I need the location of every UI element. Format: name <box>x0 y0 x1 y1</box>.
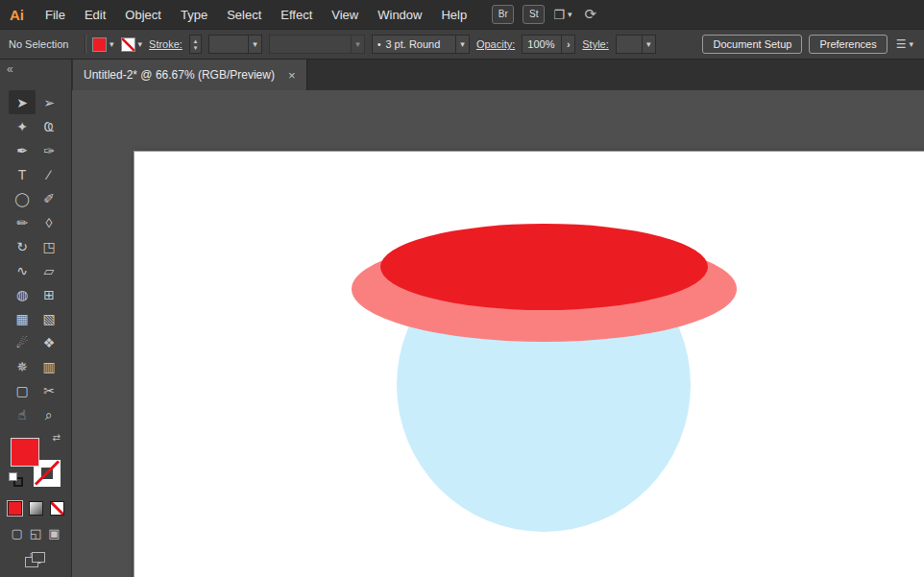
tool-column-graph[interactable]: ▥ <box>36 354 62 378</box>
selection-status: No Selection <box>9 38 78 50</box>
menu-window[interactable]: Window <box>368 0 431 29</box>
tool-direct-selection[interactable]: ➢ <box>36 90 62 114</box>
menu-object[interactable]: Object <box>115 0 171 29</box>
tool-type[interactable]: T <box>9 162 36 186</box>
default-fill-mini <box>9 472 17 481</box>
tool-grid: ➤➢✦Ҩ✒✑T∕◯✐✏◊↻◳∿▱◍⊞▦▧☄❖✵▥▢✂☝⌕ <box>0 90 71 426</box>
tool-eraser[interactable]: ◊ <box>36 210 62 234</box>
fill-stroke-indicator: ⇄ <box>9 434 62 490</box>
draw-mode-buttons: ▢◱▣ <box>0 527 71 540</box>
flyout-button[interactable]: › <box>561 36 574 53</box>
fill-color-control[interactable]: ▾ <box>92 37 114 52</box>
chevron-down-icon: ▾ <box>138 40 143 49</box>
dropdown-button: ▾ <box>351 36 364 53</box>
document-setup-button[interactable]: Document Setup <box>702 35 802 54</box>
close-icon[interactable]: × <box>288 69 296 82</box>
brush-definition-combo[interactable]: • 3 pt. Round ▾ <box>372 35 470 54</box>
graphic-style-combo[interactable]: ▾ <box>616 35 656 54</box>
preferences-button[interactable]: Preferences <box>809 35 887 54</box>
tool-zoom[interactable]: ⌕ <box>36 402 62 426</box>
none-button[interactable] <box>50 501 64 516</box>
document-tab[interactable]: Untitled-2* @ 66.67% (RGB/Preview) × <box>73 60 307 90</box>
menu-select[interactable]: Select <box>217 0 271 29</box>
menu-type[interactable]: Type <box>171 0 217 29</box>
stepper-down-icon[interactable]: ▾ <box>194 45 198 51</box>
control-bar: No Selection ▾ ▾ Stroke: ▴ ▾ ▾ ▾ • 3 pt.… <box>0 29 924 60</box>
dropdown-button[interactable]: ▾ <box>248 36 261 53</box>
dropdown-button[interactable]: ▾ <box>642 36 655 53</box>
stock-button[interactable]: St <box>523 5 545 24</box>
stroke-width-stepper[interactable]: ▴ ▾ <box>189 35 202 54</box>
tool-scale[interactable]: ◳ <box>36 234 62 258</box>
stroke-width-combo[interactable]: ▾ <box>208 35 262 54</box>
chevron-down-icon: ▾ <box>909 40 913 49</box>
collapse-panel-icon[interactable]: « <box>7 62 12 76</box>
workspace-switcher[interactable]: ❐ ▾ <box>553 8 571 22</box>
sync-icon[interactable]: ⟳ <box>584 6 596 23</box>
tool-slice[interactable]: ✂ <box>36 378 62 402</box>
style-panel-link[interactable]: Style: <box>582 38 609 50</box>
canvas-shape-red-ellipse[interactable] <box>380 224 708 310</box>
chevron-down-icon: ▾ <box>460 40 465 49</box>
variable-width-profile-combo: ▾ <box>269 35 365 54</box>
chevron-down-icon: ▾ <box>355 40 360 49</box>
control-bar-options-button[interactable]: ☰ ▾ <box>894 37 915 51</box>
stroke-panel-link[interactable]: Stroke: <box>149 38 182 50</box>
chevron-down-icon: ▾ <box>109 40 114 49</box>
workspace-icon: ❐ <box>553 8 565 22</box>
tool-lasso[interactable]: Ҩ <box>36 114 62 138</box>
bridge-button[interactable]: Br <box>492 5 514 24</box>
menu-edit[interactable]: Edit <box>75 0 115 29</box>
overlapping-artboards-icon[interactable] <box>25 552 46 568</box>
brush-preview-icon: • <box>373 39 381 50</box>
canvas-area[interactable] <box>72 90 924 577</box>
chevron-right-icon: › <box>567 38 571 50</box>
swap-fill-stroke-icon[interactable]: ⇄ <box>53 432 61 443</box>
tool-symbol-sprayer[interactable]: ✵ <box>9 354 36 378</box>
tool-pencil[interactable]: ✏ <box>9 210 36 234</box>
tool-selection[interactable]: ➤ <box>9 90 36 114</box>
mode-icon-draw-behind[interactable]: ◱ <box>30 527 41 540</box>
tool-artboard[interactable]: ▢ <box>9 378 36 402</box>
tool-eyedropper[interactable]: ☄ <box>9 330 36 354</box>
tool-line-segment[interactable]: ∕ <box>36 162 62 186</box>
fill-swatch[interactable] <box>92 37 107 52</box>
tool-perspective-grid[interactable]: ⊞ <box>36 282 62 306</box>
mode-icon-draw-inside[interactable]: ▣ <box>48 527 60 540</box>
opacity-combo[interactable]: 100% › <box>522 35 575 54</box>
stepper-up-icon[interactable]: ▴ <box>194 38 198 44</box>
opacity-panel-link[interactable]: Opacity: <box>476 38 515 50</box>
tool-paintbrush[interactable]: ✐ <box>36 186 62 210</box>
fill-indicator[interactable] <box>11 438 39 467</box>
gradient-button[interactable] <box>29 501 43 516</box>
dropdown-button[interactable]: ▾ <box>455 36 469 53</box>
tool-free-transform[interactable]: ▱ <box>36 258 62 282</box>
app-bar-right: Br St ❐ ▾ ⟳ <box>492 5 596 24</box>
tool-gradient[interactable]: ▧ <box>36 306 62 330</box>
tool-magic-wand[interactable]: ✦ <box>9 114 36 138</box>
tool-pen[interactable]: ✒ <box>9 138 36 162</box>
stroke-color-control[interactable]: ▾ <box>121 37 143 52</box>
menu-file[interactable]: File <box>36 0 75 29</box>
tool-rotate[interactable]: ↻ <box>9 234 36 258</box>
tool-ellipse[interactable]: ◯ <box>9 186 36 210</box>
color-button[interactable] <box>8 501 22 516</box>
brush-value: 3 pt. Round <box>380 38 454 50</box>
mode-icon-draw-normal[interactable]: ▢ <box>12 527 23 540</box>
stroke-none-swatch[interactable] <box>121 37 135 52</box>
default-fill-stroke-icon[interactable] <box>9 472 24 488</box>
tool-blend[interactable]: ❖ <box>36 330 62 354</box>
menu-effect[interactable]: Effect <box>271 0 322 29</box>
menu-view[interactable]: View <box>322 0 368 29</box>
chevron-down-icon: ▾ <box>646 40 651 49</box>
menu-help[interactable]: Help <box>431 0 476 29</box>
chevron-down-icon: ▾ <box>568 11 572 19</box>
tool-width[interactable]: ∿ <box>9 258 36 282</box>
tools-panel: « ➤➢✦Ҩ✒✑T∕◯✐✏◊↻◳∿▱◍⊞▦▧☄❖✵▥▢✂☝⌕ ⇄ ▢◱▣ ❏ <box>0 60 72 577</box>
tool-mesh[interactable]: ▦ <box>9 306 36 330</box>
tool-hand[interactable]: ☝ <box>9 402 36 426</box>
tool-shape-builder[interactable]: ◍ <box>9 282 36 306</box>
tool-curvature[interactable]: ✑ <box>36 138 62 162</box>
app-logo: Ai <box>0 7 36 23</box>
divider <box>85 35 85 54</box>
